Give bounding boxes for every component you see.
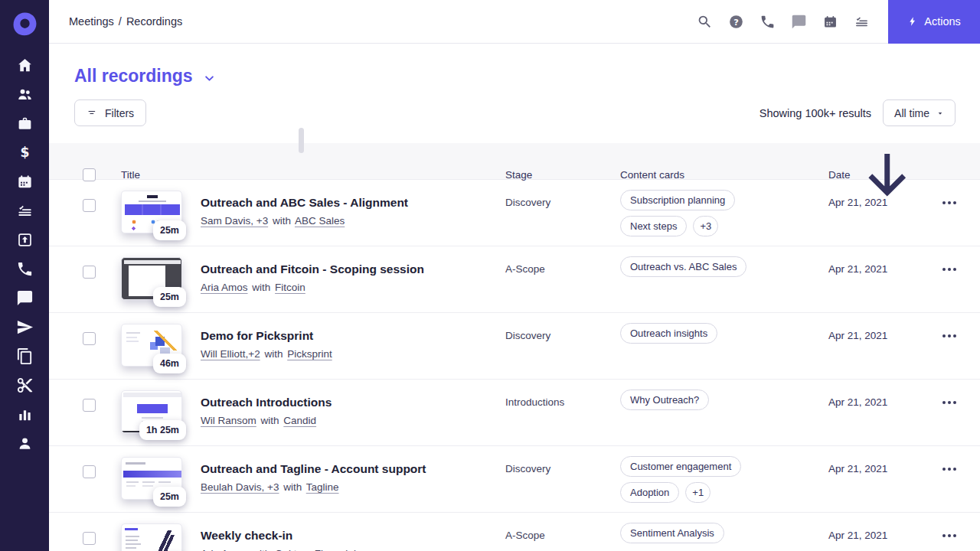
table-row[interactable]: 25m Weekly check-in Aria Amos with Oaktr… [49,513,980,551]
sidebar-item-tasks-icon[interactable] [16,202,34,220]
recording-title[interactable]: Outreach and Fitcoin - Scoping session [201,262,490,276]
account-link[interactable]: Candid [283,415,316,426]
participants-link[interactable]: Will Elliott,+2 [201,348,260,360]
content-card-pill[interactable]: Adoption [620,482,679,503]
recording-title[interactable]: Outreach and Tagline - Account support [201,462,490,476]
row-checkbox[interactable] [83,266,96,279]
column-header-content-cards[interactable]: Content cards [620,169,828,181]
date-label: Apr 21, 2021 [828,180,919,208]
more-cards-badge[interactable]: +3 [693,216,718,236]
recording-title[interactable]: Demo for Picksprint [201,329,490,343]
slides-thumbnail[interactable]: 25m [121,191,182,233]
row-menu-button[interactable] [942,534,956,537]
stage-label: A-Scope [505,513,620,541]
filters-button[interactable]: Filters [74,99,146,126]
sidebar-item-dollar-icon[interactable]: $ [16,144,34,161]
laptop-thumbnail[interactable]: 25m [121,257,182,300]
content-card-pill[interactable]: Outreach vs. ABC Sales [620,256,746,277]
participants-line: Sam Davis, +3 with ABC Sales [201,215,490,227]
content-card-pill[interactable]: Subscription planning [620,190,735,210]
account-link[interactable]: ABC Sales [295,215,345,227]
sidebar-item-scissors-icon[interactable] [16,377,34,394]
row-menu-button[interactable] [942,268,956,271]
column-header-stage[interactable]: Stage [505,169,620,181]
sidebar-item-calendar-icon[interactable] [16,173,34,191]
date-label: Apr 21, 2021 [828,246,919,275]
content-card-pill[interactable]: Next steps [620,216,687,236]
help-icon[interactable]: ? [728,14,744,30]
account-link[interactable]: Oaktree Financial [275,548,356,551]
sidebar-item-briefcase-icon[interactable] [16,115,34,132]
participants-link[interactable]: Wil Ransom [201,415,256,426]
filters-button-label: Filters [105,107,134,119]
table-row[interactable]: 1h 25m Outreach Introductions Wil Ransom… [49,380,980,446]
sidebar-item-person-icon[interactable] [16,435,34,452]
recording-title[interactable]: Outreach Introductions [201,396,490,409]
sidebar-item-people-icon[interactable] [16,86,34,103]
row-menu-button[interactable] [942,334,956,337]
column-header-title[interactable]: Title [121,169,201,181]
row-checkbox[interactable] [83,399,96,412]
participants-link[interactable]: Aria Amos [201,548,248,551]
actions-button[interactable]: Actions [888,0,980,44]
stage-label: A-Scope [505,246,620,275]
content-card-pill[interactable]: Outreach insights [620,323,717,344]
filter-icon [87,107,98,119]
tasks-icon[interactable] [854,14,870,30]
stage-label: Discovery [505,446,620,474]
table-row[interactable]: 25m Outreach and Fitcoin - Scoping sessi… [49,246,980,313]
more-cards-badge[interactable]: +1 [685,482,710,503]
schedule-thumbnail[interactable]: 25m [121,457,182,500]
search-icon[interactable] [697,14,713,30]
participants-connector: with [273,215,291,227]
table-row[interactable]: 25m Outreach and ABC Sales - Alignment S… [49,180,980,246]
row-checkbox[interactable] [83,199,96,212]
participants-connector: with [264,348,283,360]
outreach-logo-icon[interactable] [11,10,39,38]
content-card-pill[interactable]: Why Outreach? [620,390,709,410]
sidebar-item-phone-icon[interactable] [16,260,34,278]
table-row[interactable]: 25m Outreach and Tagline - Account suppo… [49,446,980,513]
phone-icon[interactable] [760,14,776,30]
participants-line: Wil Ransom with Candid [201,415,490,426]
time-filter-dropdown[interactable]: All time [883,99,956,126]
scrollbar-thumb[interactable] [299,128,304,153]
row-menu-button[interactable] [942,401,956,404]
sidebar-item-copy-icon[interactable] [16,347,34,365]
row-checkbox[interactable] [83,532,96,545]
content-card-pill[interactable]: Sentiment Analysis [620,523,724,543]
participants-link[interactable]: Sam Davis, +3 [201,215,268,227]
agenda-thumbnail[interactable]: 25m [121,523,182,551]
duration-badge: 25m [153,487,186,507]
account-link[interactable]: Tagline [306,481,339,493]
sidebar-item-outbox-icon[interactable] [16,231,34,249]
recording-title[interactable]: Weekly check-in [201,529,490,543]
participants-connector: with [252,282,270,293]
content-card-pill[interactable]: Customer engagement [620,456,741,477]
date-label: Apr 21, 2021 [828,446,919,474]
browser-thumbnail[interactable]: 1h 25m [121,390,182,433]
table-row[interactable]: 46m Demo for Picksprint Will Elliott,+2 … [49,313,980,380]
participants-line: Aria Amos with Fitcoin [201,282,490,293]
participants-link[interactable]: Aria Amos [201,282,248,293]
chart3d-thumbnail[interactable]: 46m [121,324,182,367]
row-checkbox[interactable] [83,332,96,345]
sidebar-item-bar-chart-icon[interactable] [16,406,34,423]
account-link[interactable]: Fitcoin [275,282,305,293]
chat-icon[interactable] [791,14,807,30]
calendar-icon[interactable] [822,14,838,30]
account-link[interactable]: Picksprint [287,348,332,360]
sidebar-item-home-icon[interactable] [16,57,34,74]
breadcrumb-section[interactable]: Meetings [69,15,114,28]
stage-label: Discovery [505,180,620,208]
toolbar: Filters Showing 100k+ results All time [74,99,956,126]
results-count-text: Showing 100k+ results [760,107,871,119]
recordings-view-selector[interactable]: All recordings [74,66,215,86]
participants-link[interactable]: Beulah Davis, +3 [201,481,279,493]
row-menu-button[interactable] [942,201,956,204]
row-checkbox[interactable] [83,465,96,478]
recording-title[interactable]: Outreach and ABC Sales - Alignment [201,196,490,210]
row-menu-button[interactable] [942,468,956,471]
sidebar-item-chat-icon[interactable] [16,289,34,307]
sidebar-item-send-icon[interactable] [16,318,34,336]
